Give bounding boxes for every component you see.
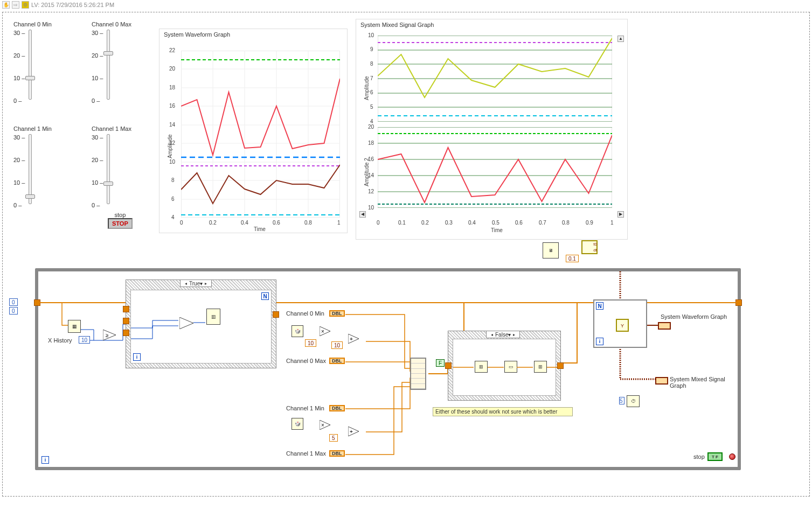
i-terminal: i bbox=[596, 338, 603, 345]
case-selector-false[interactable]: False ▾ bbox=[486, 331, 520, 338]
case-structure-false: False ▾ ⊞ ▭ ⊞ bbox=[448, 331, 561, 401]
dt-constant: 0.1 bbox=[566, 255, 579, 262]
tunnel bbox=[445, 362, 452, 369]
tunnel bbox=[557, 362, 564, 369]
plot-area-bot bbox=[378, 127, 612, 208]
for-loop: N i Y bbox=[593, 299, 647, 348]
slider-thumb[interactable] bbox=[103, 181, 113, 186]
shift-register-left bbox=[34, 299, 40, 306]
mixed-signal-graph-terminal bbox=[655, 377, 668, 385]
tunnel bbox=[123, 318, 129, 324]
system-waveform-graph[interactable]: System Waveform Graph Amplitude bbox=[159, 29, 348, 233]
array-size-node: ▦ bbox=[68, 320, 81, 333]
comment-label: Either of these should work not sure whi… bbox=[433, 407, 573, 416]
gear-icon: ⚙ bbox=[22, 1, 29, 9]
slider-ch1-max[interactable]: Channel 1 Max 30 –20 – 10 –0 – bbox=[92, 125, 131, 209]
svg-marker-40 bbox=[103, 330, 116, 340]
stop-control: stop STOP bbox=[108, 212, 133, 229]
tunnel bbox=[273, 311, 279, 318]
svg-text:×: × bbox=[321, 329, 324, 334]
build-array-node bbox=[410, 358, 426, 390]
delete-from-array-node: ▥ bbox=[206, 309, 220, 325]
n-terminal: N bbox=[261, 292, 269, 300]
shift-register-right bbox=[735, 299, 742, 306]
svg-marker-42 bbox=[179, 317, 193, 329]
slider-thumb[interactable] bbox=[103, 51, 113, 55]
while-loop-i-terminal: i bbox=[41, 456, 49, 464]
dbl-terminal: DBL bbox=[329, 358, 345, 364]
stop-button[interactable]: STOP bbox=[108, 218, 133, 229]
svg-text:+: + bbox=[350, 336, 353, 342]
dbl-terminal: DBL bbox=[329, 310, 345, 317]
app-title: LV: 2015 7/29/2016 5:26:21 PM bbox=[31, 2, 114, 8]
const-10a: 10 bbox=[305, 339, 316, 347]
build-waveform-node: t0 dt bbox=[581, 240, 598, 254]
tunnel bbox=[123, 330, 129, 336]
datetime-node: 🖥 bbox=[543, 242, 559, 259]
slider-label: Channel 0 Max bbox=[92, 21, 131, 27]
ch0-max-label: Channel 0 Max bbox=[286, 358, 326, 364]
scroll-up-icon[interactable]: ▲ bbox=[617, 36, 624, 42]
hand-icon: ✋ bbox=[2, 1, 10, 9]
loop-condition-icon bbox=[729, 453, 735, 460]
n-terminal: N bbox=[596, 302, 603, 310]
plot-area-top bbox=[378, 36, 612, 122]
waveform-graph-terminal-label: System Waveform Graph bbox=[661, 313, 727, 320]
slider-ch1-min[interactable]: Channel 1 Min 30 –20 – 10 –0 – bbox=[13, 125, 52, 209]
slider-thumb[interactable] bbox=[25, 76, 35, 80]
reshape-node: ▭ bbox=[504, 361, 517, 373]
svg-text:×: × bbox=[321, 422, 324, 428]
stop-label: stop bbox=[108, 212, 133, 218]
x-history-constant: 10 bbox=[79, 336, 90, 344]
mixed-signal-graph-terminal-label: System Mixed Signal Graph bbox=[670, 376, 738, 389]
slider-track[interactable] bbox=[29, 30, 32, 100]
x-axis-label: Time bbox=[254, 226, 266, 232]
case-structure-true: True ▾ N i ▥ bbox=[126, 280, 276, 368]
slider-ch0-max[interactable]: Channel 0 Max 30 –20 – 10 –0 – bbox=[92, 21, 131, 105]
slider-track[interactable] bbox=[107, 30, 110, 100]
tunnel bbox=[123, 306, 129, 312]
slider-track[interactable] bbox=[29, 134, 32, 204]
while-loop: 0 0 bbox=[35, 268, 741, 470]
chart-title: System Mixed Signal Graph bbox=[356, 19, 627, 30]
slider-label: Channel 1 Max bbox=[92, 125, 131, 132]
svg-rect-31 bbox=[378, 127, 612, 208]
svg-text:≥: ≥ bbox=[106, 332, 109, 338]
ch1-min-label: Channel 1 Min bbox=[286, 405, 324, 411]
case-selector-true[interactable]: True ▾ bbox=[180, 280, 212, 287]
sr-init-1: 0 bbox=[9, 307, 18, 315]
ch1-max-label: Channel 1 Max bbox=[286, 450, 326, 457]
wait-ms-node: ⏱ bbox=[627, 395, 640, 407]
x-history-label: X History bbox=[48, 337, 72, 344]
wait-ms-constant: 5 bbox=[619, 397, 624, 404]
plot-area bbox=[181, 51, 340, 218]
svg-text:+: + bbox=[350, 429, 353, 435]
slider-track[interactable] bbox=[107, 134, 110, 204]
i-terminal: i bbox=[133, 353, 141, 361]
slider-label: Channel 1 Min bbox=[13, 125, 52, 132]
scroll-right-icon[interactable]: ▶ bbox=[617, 211, 624, 218]
transpose-2d-node: ⊞ bbox=[475, 361, 488, 373]
random-dice-icon: 🎲 bbox=[292, 418, 303, 430]
system-mixed-signal-graph[interactable]: System Mixed Signal Graph Amplitude Ampl… bbox=[356, 19, 628, 240]
scroll-left-icon[interactable]: ◀ bbox=[359, 211, 366, 218]
slider-ch0-min[interactable]: Channel 0 Min 30 –20 – 10 –0 – bbox=[13, 21, 52, 105]
const-10b: 10 bbox=[331, 341, 343, 349]
slider-label: Channel 0 Min bbox=[13, 21, 52, 27]
titlebar: ✋ ⇨ ⚙ LV: 2015 7/29/2016 5:26:21 PM bbox=[0, 0, 812, 10]
while-loop-frame: Channel 0 Min 30 –20 – 10 –0 – Channel 0… bbox=[2, 12, 810, 497]
transpose-2d-node: ⊞ bbox=[534, 361, 547, 373]
random-dice-icon: 🎲 bbox=[292, 325, 303, 337]
waveform-graph-terminal bbox=[658, 322, 671, 330]
stop-terminal-label: stop bbox=[693, 453, 705, 460]
sr-init-0: 0 bbox=[9, 298, 18, 306]
dbl-terminal: DBL bbox=[329, 450, 345, 457]
false-constant: F bbox=[436, 359, 445, 367]
arrow-icon: ⇨ bbox=[12, 1, 19, 9]
y-axis-label-top: Amplitude bbox=[364, 76, 370, 100]
x-axis-label: Time bbox=[491, 227, 503, 233]
y-axis-label: Amplitude bbox=[167, 135, 173, 158]
slider-thumb[interactable] bbox=[25, 194, 35, 199]
replace-waveform-y-node: Y bbox=[616, 319, 629, 332]
dbl-terminal: DBL bbox=[329, 405, 345, 411]
